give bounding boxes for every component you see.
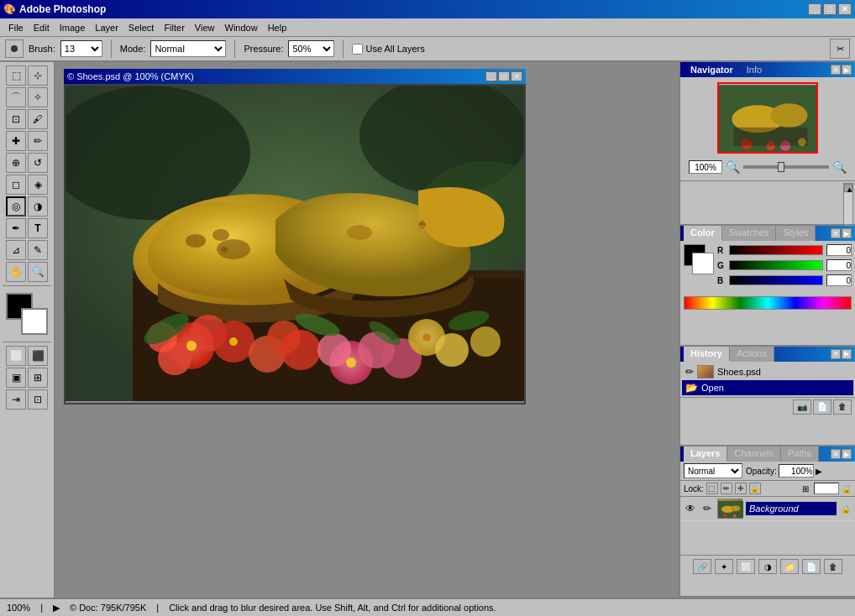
lock-position-btn[interactable]: ✛	[735, 483, 747, 494]
color-selector[interactable]	[6, 293, 48, 335]
green-value[interactable]	[826, 259, 852, 271]
layer-visibility-eye[interactable]: 👁	[684, 502, 697, 515]
lock-transparency-btn[interactable]: ⬚	[706, 483, 718, 494]
new-group-btn[interactable]: 📁	[780, 559, 799, 574]
scroll-up-btn[interactable]: ▲	[844, 184, 852, 192]
standard-mode[interactable]: ⬜	[6, 346, 26, 366]
zoom-in-icon[interactable]: 🔍	[832, 160, 847, 174]
menu-layer[interactable]: Layer	[90, 21, 123, 34]
tab-color[interactable]: Color	[684, 226, 722, 241]
pressure-select[interactable]: 50%	[288, 40, 334, 57]
tab-history[interactable]: History	[684, 347, 730, 362]
layers-mode-select[interactable]: Normal	[684, 463, 742, 478]
doc-close-button[interactable]: ✕	[511, 71, 522, 81]
layers-menu-btn[interactable]: ▶	[842, 449, 852, 459]
brush-select[interactable]: 13	[60, 40, 102, 57]
color-spectrum[interactable]	[684, 296, 852, 310]
marquee-tool[interactable]: ⬚	[6, 65, 26, 86]
lasso-tool[interactable]: ⌒	[6, 87, 26, 107]
measure-tool[interactable]: ⊿	[6, 240, 26, 260]
maximize-button[interactable]: □	[823, 3, 837, 15]
menu-help[interactable]: Help	[263, 21, 292, 34]
tab-layers[interactable]: Layers	[684, 446, 727, 462]
lock-all-btn[interactable]: 🔒	[749, 483, 761, 494]
background-color-box[interactable]	[692, 253, 714, 274]
eyedropper-tool[interactable]: 🖋	[28, 109, 48, 129]
tab-info[interactable]: Info	[740, 63, 768, 76]
blue-value[interactable]	[826, 274, 852, 286]
menu-image[interactable]: Image	[55, 21, 91, 34]
minimize-button[interactable]: _	[808, 3, 821, 15]
doc-maximize-button[interactable]: □	[498, 71, 510, 81]
menu-file[interactable]: File	[3, 21, 29, 34]
pen-tool[interactable]: ✒	[6, 218, 26, 238]
background-color[interactable]	[21, 308, 48, 335]
jump-to-imageready[interactable]: ⇥	[6, 389, 26, 410]
new-adjustment-btn[interactable]: ◑	[758, 559, 777, 574]
new-state-btn[interactable]: 📄	[813, 399, 831, 415]
text-tool[interactable]: T	[28, 218, 48, 238]
history-brush-tool[interactable]: ↺	[28, 153, 48, 173]
green-track[interactable]	[729, 260, 823, 270]
notes-tool[interactable]: ✎	[28, 240, 48, 260]
new-layer-btn[interactable]: 📄	[802, 559, 821, 574]
tab-actions[interactable]: Actions	[730, 347, 774, 362]
dodge-tool[interactable]: ◑	[28, 196, 48, 217]
magic-wand-tool[interactable]: ✧	[28, 87, 48, 107]
navigator-zoom-input[interactable]	[689, 160, 722, 174]
history-close-btn[interactable]: ✕	[831, 349, 841, 359]
lock-pixels-btn[interactable]: ✏	[721, 483, 732, 494]
crop-tool[interactable]: ⊡	[6, 109, 26, 129]
color-menu-btn[interactable]: ▶	[842, 228, 852, 238]
heal-tool[interactable]: ✚	[6, 131, 26, 151]
menu-select[interactable]: Select	[123, 21, 160, 34]
history-snapshot-item[interactable]: ✏ Shoes.psd	[682, 363, 853, 380]
history-open-item[interactable]: 📂 Open	[682, 380, 853, 395]
delete-state-btn[interactable]: 🗑	[833, 399, 852, 415]
brush-tool[interactable]: ✏	[28, 131, 48, 151]
add-mask-btn[interactable]: ⬜	[737, 559, 755, 574]
doc-minimize-button[interactable]: _	[485, 71, 497, 81]
navigator-slider[interactable]	[743, 165, 829, 169]
menu-window[interactable]: Window	[220, 21, 263, 34]
quickmask-mode[interactable]: ⬛	[28, 346, 48, 366]
brush-preview[interactable]	[5, 39, 24, 58]
stamp-tool[interactable]: ⊕	[6, 153, 26, 173]
menu-edit[interactable]: Edit	[29, 21, 55, 34]
tab-styles[interactable]: Styles	[776, 226, 816, 241]
opacity-arrow[interactable]: ▶	[816, 467, 822, 476]
blue-track[interactable]	[729, 275, 823, 285]
add-link-btn[interactable]: 🔗	[693, 559, 711, 574]
tab-channels[interactable]: Channels	[727, 446, 780, 462]
close-button[interactable]: ✕	[838, 3, 852, 15]
use-all-layers-checkbox[interactable]	[352, 44, 363, 55]
navigator-menu-btn[interactable]: ▶	[842, 65, 852, 75]
extra-tool[interactable]: ⊡	[28, 389, 48, 410]
blur-tool[interactable]: ◎	[6, 196, 26, 217]
opacity-input[interactable]	[779, 464, 814, 478]
hand-tool[interactable]: ✋	[6, 262, 26, 282]
new-snapshot-btn[interactable]: 📷	[793, 399, 811, 415]
menu-filter[interactable]: Filter	[159, 21, 189, 34]
mode-select[interactable]: Normal	[150, 40, 226, 57]
fill-tool[interactable]: ◈	[28, 175, 48, 195]
history-menu-btn[interactable]: ▶	[842, 349, 852, 359]
tab-swatches[interactable]: Swatches	[722, 226, 777, 241]
red-value[interactable]	[826, 244, 852, 256]
navigator-close-btn[interactable]: ✕	[831, 65, 841, 75]
screen-mode-2[interactable]: ⊞	[28, 368, 48, 388]
tab-paths[interactable]: Paths	[781, 446, 819, 462]
red-track[interactable]	[729, 245, 823, 255]
delete-layer-btn[interactable]: 🗑	[824, 559, 842, 574]
zoom-tool[interactable]: 🔍	[28, 262, 48, 282]
screen-mode-1[interactable]: ▣	[6, 368, 26, 388]
eraser-tool[interactable]: ◻	[6, 175, 26, 195]
tab-navigator[interactable]: Navigator	[684, 63, 740, 76]
layers-close-btn[interactable]: ✕	[831, 449, 841, 459]
fill-input[interactable]	[814, 483, 839, 494]
zoom-out-icon[interactable]: 🔍	[726, 160, 740, 174]
move-tool[interactable]: ⊹	[28, 65, 48, 86]
background-layer[interactable]: 👁 ✏ Background 🔒	[680, 497, 855, 521]
options-extra-btn[interactable]: ✂	[830, 39, 850, 59]
menu-view[interactable]: View	[190, 21, 220, 34]
